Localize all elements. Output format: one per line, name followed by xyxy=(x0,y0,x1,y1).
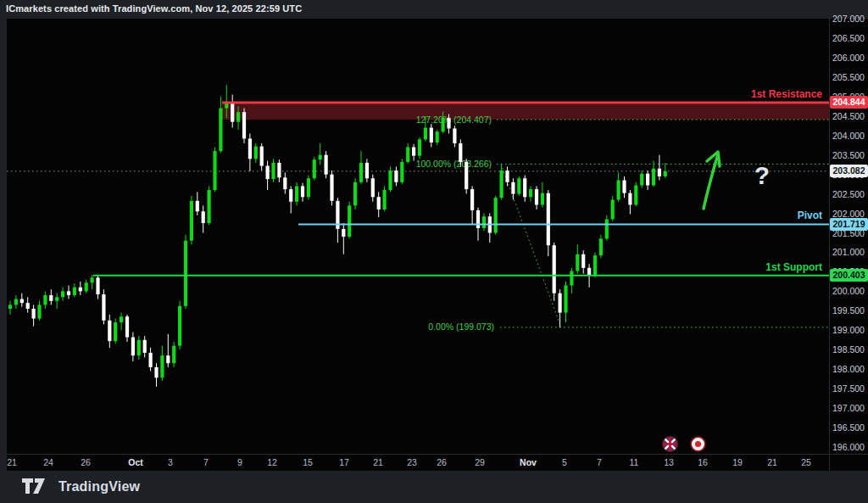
candle-body xyxy=(611,199,615,219)
candle-body xyxy=(564,285,567,312)
candle-body xyxy=(377,197,381,210)
candle-body xyxy=(430,128,433,143)
candle-body xyxy=(470,189,474,210)
candle-body xyxy=(219,109,222,152)
time-tick: 13 xyxy=(664,457,674,467)
candle-body xyxy=(371,178,375,197)
candle-body xyxy=(55,297,58,301)
price-tag-current: 203.082 xyxy=(830,165,868,177)
candle-body xyxy=(313,159,316,178)
level-label-2: 1st Support xyxy=(765,261,822,273)
candle-body xyxy=(529,189,532,197)
candle-body xyxy=(149,353,153,367)
candle-body xyxy=(553,245,556,293)
candle-body xyxy=(617,181,620,200)
candle-body xyxy=(26,303,30,309)
candlestick-chart[interactable]: 127.20% (204.407)100.00% (203.266)0.00% … xyxy=(0,0,868,503)
brand-name[interactable]: TradingView xyxy=(58,479,140,495)
candle-body xyxy=(254,147,258,159)
price-tick: 198.500 xyxy=(832,344,868,355)
resistance-zone[interactable] xyxy=(222,103,829,120)
candle-body xyxy=(166,355,170,363)
price-tick: 204.000 xyxy=(832,131,868,141)
time-tick: 26 xyxy=(81,457,91,467)
candle-body xyxy=(622,181,626,193)
candle-body xyxy=(547,193,550,246)
candle-body xyxy=(559,293,562,313)
candle-body xyxy=(120,316,123,322)
candle-body xyxy=(184,241,187,306)
candle-body xyxy=(289,189,292,202)
candle-body xyxy=(658,169,661,176)
candle-body xyxy=(646,174,649,186)
candle-body xyxy=(541,193,544,205)
candle-body xyxy=(535,189,538,204)
time-tick: 12 xyxy=(267,457,277,467)
price-tick: 203.500 xyxy=(832,150,868,160)
time-tick: 24 xyxy=(43,457,53,467)
candle-body xyxy=(605,219,609,238)
price-tick: 202.000 xyxy=(832,209,868,219)
candle-body xyxy=(248,138,252,159)
candle-body xyxy=(131,338,135,356)
price-tick: 199.500 xyxy=(832,305,868,316)
price-tick: 197.500 xyxy=(832,383,868,394)
candle-body xyxy=(108,321,111,341)
candle-body xyxy=(576,254,579,271)
candle-body xyxy=(353,182,357,206)
price-tag-1st-resistance: 204.844 xyxy=(830,96,868,109)
tradingview-logo-icon[interactable] xyxy=(22,478,51,495)
time-tick: 9 xyxy=(237,457,242,467)
candle-body xyxy=(406,148,409,162)
time-tick: 29 xyxy=(475,457,485,467)
candle-body xyxy=(67,291,70,295)
candle-body xyxy=(652,169,655,186)
candle-body xyxy=(196,201,199,211)
fib-label-2: 0.00% (199.073) xyxy=(428,321,494,332)
candle-body xyxy=(137,340,141,355)
candle-body xyxy=(581,254,585,268)
time-tick: 25 xyxy=(801,457,811,467)
candle-body xyxy=(32,309,36,318)
candle-body xyxy=(494,198,498,232)
candle-body xyxy=(49,295,53,301)
candle-body xyxy=(160,355,164,377)
candle-body xyxy=(307,178,310,197)
japan-flag-icon xyxy=(690,436,706,452)
time-tick: 19 xyxy=(732,457,743,467)
candle-body xyxy=(383,190,387,210)
time-tick: 23 xyxy=(407,457,417,467)
candle-body xyxy=(91,277,94,282)
price-tick: 205.500 xyxy=(832,72,868,82)
footer-bar: TradingView xyxy=(0,471,868,503)
price-tick: 201.000 xyxy=(832,247,868,257)
candle-body xyxy=(8,305,12,309)
time-tick: 16 xyxy=(698,457,708,467)
candle-body xyxy=(178,306,181,346)
candle-body xyxy=(400,162,403,182)
candle-body xyxy=(20,299,24,304)
candle-body xyxy=(208,190,211,223)
time-tick: 21 xyxy=(767,457,777,467)
candle-body xyxy=(394,170,398,182)
candle-body xyxy=(664,171,667,176)
candle-body xyxy=(260,147,264,166)
candle-body xyxy=(330,175,333,201)
candle-body xyxy=(73,288,76,295)
candle-body xyxy=(359,163,363,182)
price-tick: 204.500 xyxy=(832,111,868,121)
candle-body xyxy=(412,148,415,156)
candle-body xyxy=(436,131,439,143)
price-tick: 196.500 xyxy=(832,422,868,433)
candle-body xyxy=(342,229,345,237)
candle-body xyxy=(85,282,88,291)
up-arrow-shaft[interactable] xyxy=(704,154,718,209)
candle-body xyxy=(37,305,41,318)
level-label-0: 1st Resistance xyxy=(751,88,822,100)
time-tick: Oct xyxy=(128,457,143,467)
time-tick: 21 xyxy=(7,457,17,467)
candle-body xyxy=(295,186,298,201)
candle-body xyxy=(154,367,158,377)
candle-body xyxy=(277,163,281,177)
time-tick: Nov xyxy=(520,457,537,467)
